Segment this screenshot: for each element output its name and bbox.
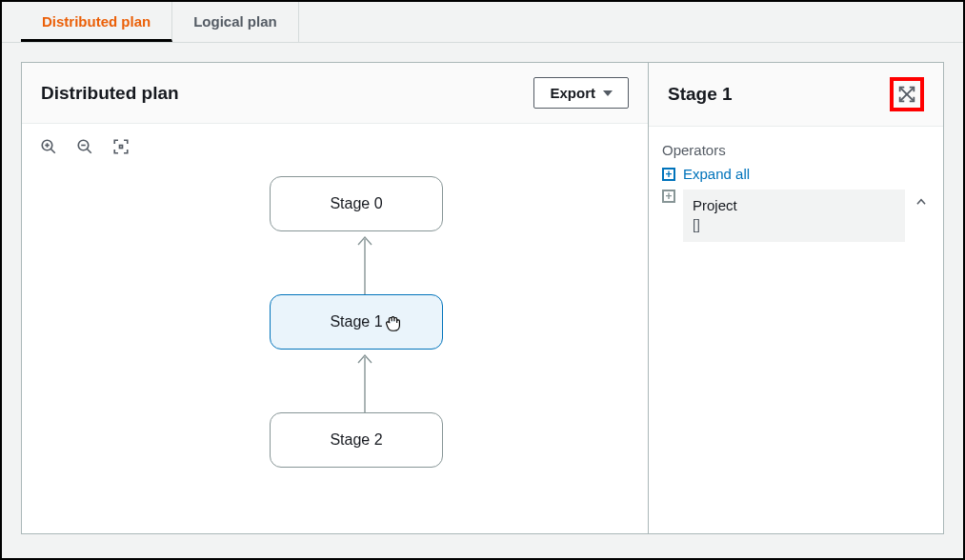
expand-all-button[interactable]: + Expand all (662, 166, 930, 182)
stage-label: Stage 2 (330, 431, 382, 449)
left-panel-title: Distributed plan (41, 83, 179, 104)
expand-operator-button[interactable]: + (662, 190, 675, 203)
arrow-s2-s1 (355, 350, 356, 412)
right-panel-header: Stage 1 (649, 63, 943, 127)
svg-rect-7 (120, 146, 123, 149)
export-button[interactable]: Export (533, 77, 629, 109)
zoom-controls (39, 137, 131, 156)
operator-card[interactable]: Project [] (683, 190, 905, 242)
operator-detail: [] (693, 217, 895, 232)
collapse-operator-button[interactable] (913, 190, 930, 209)
expand-all-label: Expand all (683, 166, 750, 182)
svg-line-5 (87, 149, 91, 153)
plus-icon: + (662, 168, 675, 181)
stage-node-2[interactable]: Stage 2 (270, 412, 443, 468)
stage-node-0[interactable]: Stage 0 (270, 176, 443, 231)
plan-tabs: Distributed plan Logical plan (2, 2, 963, 43)
stage-node-1[interactable]: Stage 1 (270, 294, 443, 350)
chevron-down-icon (603, 90, 613, 96)
zoom-out-button[interactable] (75, 137, 94, 156)
expand-icon (896, 84, 917, 105)
operators-section: Operators + Expand all + Project [] (649, 127, 943, 533)
stage-label: Stage 0 (330, 195, 382, 212)
operator-row: + Project [] (662, 190, 930, 242)
operator-name: Project (693, 197, 895, 213)
arrow-s1-s0 (355, 231, 356, 294)
fullscreen-button[interactable] (890, 77, 924, 111)
operators-heading: Operators (662, 142, 930, 158)
stage-detail-title: Stage 1 (668, 84, 733, 105)
svg-line-1 (50, 149, 55, 153)
grab-cursor-icon (383, 312, 404, 338)
fit-screen-button[interactable] (111, 137, 131, 156)
stage-label: Stage 1 (330, 313, 382, 330)
tab-logical-plan[interactable]: Logical plan (172, 2, 299, 42)
left-panel-header: Distributed plan Export (22, 63, 648, 124)
plan-canvas[interactable]: Stage 0 Stage 1 Stage (22, 124, 648, 533)
tab-distributed-plan[interactable]: Distributed plan (21, 2, 172, 42)
distributed-plan-panel: Distributed plan Export (21, 62, 649, 534)
zoom-in-button[interactable] (39, 137, 58, 156)
stage-detail-panel: Stage 1 Operators + Expand all + (649, 62, 944, 534)
export-button-label: Export (550, 85, 595, 101)
